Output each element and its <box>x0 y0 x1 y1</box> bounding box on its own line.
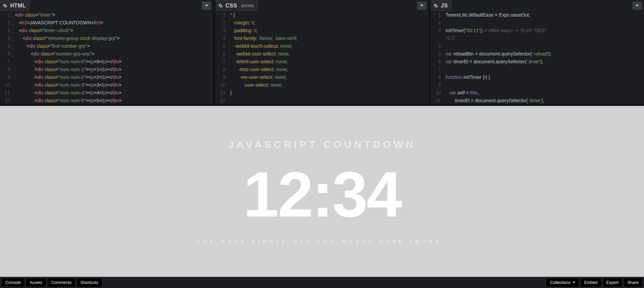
preview-clock: 12:34 <box>243 167 401 222</box>
html-pane-header: HTML <box>0 0 213 11</box>
bottom-bar: Console Assets Comments Shortcuts Collec… <box>0 277 644 288</box>
share-button[interactable]: Share <box>624 279 642 287</box>
shortcuts-button[interactable]: Shortcuts <box>77 279 102 287</box>
css-pane-header: CSS (SCSS) <box>215 0 429 11</box>
preview-pane: JAVASCRIPT COUNTDOWN 12:34 THE MOST SIMP… <box>0 106 644 277</box>
js-editor[interactable]: 1TweenLite.defaultEase = Expo.easeOut;23… <box>431 11 644 104</box>
js-pane-header: JS <box>431 0 644 11</box>
css-pane-title: CSS <box>225 3 237 9</box>
export-button[interactable]: Export <box>603 279 622 287</box>
html-dropdown[interactable] <box>202 2 211 10</box>
html-pane-title: HTML <box>10 3 26 9</box>
css-editor[interactable]: 1* {2 margin: 0;3 padding: 0;4 font-fami… <box>215 11 429 104</box>
css-pane: CSS (SCSS) 1* {2 margin: 0;3 padding: 0;… <box>215 0 429 104</box>
preview-tagline: THE MOST SIMPLE WAY YOU WOULD HAVE FOUND… <box>197 239 447 244</box>
gear-icon[interactable] <box>3 3 7 8</box>
css-dropdown[interactable] <box>417 2 427 10</box>
gear-icon[interactable] <box>433 3 438 8</box>
html-editor[interactable]: 1▸<div class="timer">2▸ <h3>JAVASCRIPT C… <box>0 11 213 104</box>
collections-button[interactable]: Collections <box>547 279 579 287</box>
assets-button[interactable]: Assets <box>26 279 46 287</box>
editor-row: HTML 1▸<div class="timer">2▸ <h3>JAVASCR… <box>0 0 644 106</box>
js-pane: JS 1TweenLite.defaultEase = Expo.easeOut… <box>431 0 644 104</box>
gear-icon[interactable] <box>218 3 223 8</box>
comments-button[interactable]: Comments <box>48 279 75 287</box>
console-button[interactable]: Console <box>2 279 24 287</box>
embed-button[interactable]: Embed <box>581 279 601 287</box>
html-pane: HTML 1▸<div class="timer">2▸ <h3>JAVASCR… <box>0 0 213 104</box>
preview-title: JAVASCRIPT COUNTDOWN <box>228 139 416 150</box>
js-pane-title: JS <box>441 3 448 9</box>
css-pane-subtitle: (SCSS) <box>241 4 254 8</box>
js-dropdown[interactable] <box>633 2 642 10</box>
